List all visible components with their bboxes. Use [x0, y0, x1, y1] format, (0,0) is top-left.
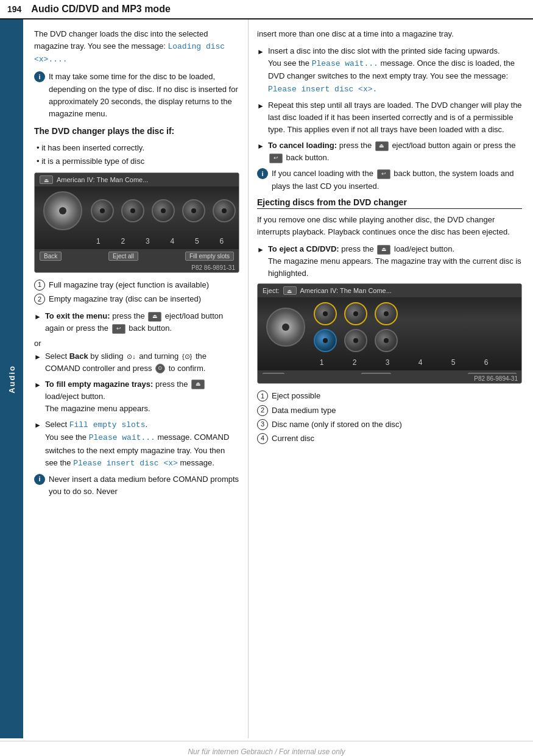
- cd-magazine-display-1: ⏏ American IV: The Man Come...: [35, 173, 239, 263]
- cd-bottom-bar-2: Back Eject all Fill empty slots: [258, 370, 521, 374]
- arrow-icon-eject: ►: [257, 244, 264, 256]
- confirm-btn-inline: ⊙: [155, 364, 165, 373]
- back-btn-inline-3: ↩: [377, 169, 390, 179]
- bullet-list-1: it has been inserted correctly. it is a …: [34, 142, 239, 168]
- cd-slots-area-1: [35, 186, 239, 236]
- arrow-fill-slots-content: Select Fill empty slots. You see the Ple…: [45, 419, 239, 470]
- cd-slot-b2: [344, 329, 367, 352]
- arrow-eject-content: To eject a CD/DVD: press the ⏏ load/ejec…: [268, 243, 522, 280]
- eject-all-btn-display-2: Eject all: [361, 373, 391, 374]
- sidebar: Audio: [0, 19, 23, 738]
- slide-icon: ⊙↓: [127, 352, 136, 362]
- fill-slots-btn-display-1: Fill empty slots: [185, 252, 234, 261]
- please-wait-code-1: Please wait...: [89, 433, 155, 442]
- cd-slots-bot-row-2: [314, 329, 398, 352]
- cd-slot-s3: [375, 302, 398, 325]
- cd-slots-wrapper-2: [314, 302, 398, 352]
- page-number: 194: [7, 4, 21, 14]
- info-icon-right-1: i: [257, 168, 268, 179]
- arrow-icon-fill-slots: ►: [34, 420, 41, 431]
- cancel-loading-label: To cancel loading:: [268, 141, 337, 150]
- cd-slots-area-2: [258, 297, 521, 357]
- cd-slot-5: [182, 199, 205, 222]
- cd-slots-top-row-2: [314, 302, 398, 325]
- back-btn-inline-2: ↩: [269, 154, 283, 163]
- arrow-insert-disc: ► Insert a disc into the disc slot with …: [257, 45, 522, 96]
- sidebar-label: Audio: [7, 365, 16, 394]
- cd-slot-3: [121, 199, 144, 222]
- load-btn-inline-2: ⏏: [377, 245, 390, 255]
- cd-numbers-row-1: 1 2 3 4 5 6: [35, 236, 239, 249]
- num-circle-2-3: 3: [257, 419, 268, 430]
- cd-top-bar-2: Eject: ⏏ American IV: The Man Come...: [258, 284, 521, 297]
- numbered-item-2-1: 1 Eject possible: [257, 390, 522, 402]
- num-circle-2-1: 1: [257, 390, 268, 401]
- slot-num-2-1: 1: [310, 358, 333, 367]
- arrow-cancel-loading: ► To cancel loading: press the ⏏ eject/l…: [257, 140, 522, 164]
- numbered-list-1: 1 Full magazine tray (eject function is …: [34, 279, 239, 305]
- cd-slots-row-1: [91, 199, 236, 222]
- cd-slot-6: [213, 199, 236, 222]
- info-text-1: It may take some time for the disc to be…: [49, 71, 239, 120]
- arrow-fill-slots: ► Select Fill empty slots. You see the P…: [34, 419, 239, 470]
- cd-slot-current: [314, 329, 337, 352]
- slot-num-2-3: 3: [376, 358, 399, 367]
- cd-top-bar-1: ⏏ American IV: The Man Come...: [35, 173, 239, 186]
- arrow-exit-menu: ► To exit the menu: press the ⏏ eject/lo…: [34, 310, 239, 334]
- arrow-repeat: ► Repeat this step until all trays are l…: [257, 99, 522, 136]
- eject-icon-display-2: ⏏: [283, 286, 297, 295]
- arrow-exit-label: To exit the menu:: [45, 311, 110, 320]
- slot-num-3: 3: [139, 237, 157, 246]
- please-insert-code-2: Please insert disc <x>.: [268, 85, 377, 94]
- numbered-item-1: 1 Full magazine tray (eject function is …: [34, 279, 239, 291]
- arrow-icon-select: ►: [34, 352, 41, 363]
- slot-num-4: 4: [164, 237, 182, 246]
- cd-magazine-image-1: ⏏ American IV: The Man Come...: [34, 172, 239, 273]
- please-insert-code-1: Please insert disc <x>: [73, 459, 178, 468]
- arrow-eject-cd: ► To eject a CD/DVD: press the ⏏ load/ej…: [257, 243, 522, 280]
- right-para2: If you remove one disc while playing ano…: [257, 214, 522, 238]
- back-btn-inline-1: ↩: [112, 324, 125, 334]
- eject-all-btn-display-1: Eject all: [108, 252, 138, 261]
- num-circle-2-2: 2: [257, 405, 268, 416]
- bullet-item: it is a permissible type of disc: [37, 155, 239, 168]
- right-column: insert more than one disc at a time into…: [249, 19, 533, 738]
- cd-numbers-row-2: 1 2 3 4 5 6: [258, 357, 521, 370]
- arrow-exit-content: To exit the menu: press the ⏏ eject/load…: [45, 310, 239, 334]
- eject-btn-inline-1: ⏏: [148, 312, 161, 322]
- eject-label-display: Eject:: [263, 287, 280, 294]
- bullet-item: it has been inserted correctly.: [37, 142, 239, 154]
- arrow-icon-fill: ►: [34, 380, 41, 391]
- arrow-cancel-content: To cancel loading: press the ⏏ eject/loa…: [268, 140, 522, 164]
- arrow-fill-content: To fill empty magazine trays: press the …: [45, 378, 239, 415]
- fill-slots-btn-display-2: Fill empty slots: [468, 373, 517, 374]
- arrow-icon-insert: ►: [257, 46, 264, 58]
- eject-icon-display: ⏏: [40, 175, 53, 184]
- content-area: The DVD changer loads the disc into the …: [23, 19, 533, 738]
- eject-cd-label: To eject a CD/DVD:: [268, 244, 339, 253]
- back-btn-display-2: Back: [263, 373, 284, 374]
- load-btn-inline-1: ⏏: [191, 380, 205, 389]
- info-text-right-1: If you cancel loading with the ↩ back bu…: [272, 168, 522, 192]
- info-block-right-1: i If you cancel loading with the ↩ back …: [257, 168, 522, 192]
- numbered-item-2-3: 3 Disc name (only if stored on the disc): [257, 419, 522, 431]
- footer-text: Nur für internen Gebrauch / For internal…: [188, 747, 345, 756]
- cd-slot-s2: [344, 302, 367, 325]
- arrow-fill-trays: ► To fill empty magazine trays: press th…: [34, 378, 239, 415]
- arrow-icon-exit: ►: [34, 311, 41, 323]
- num-circle-1: 1: [34, 280, 45, 291]
- slot-num-2-5: 5: [442, 358, 465, 367]
- left-para1: The DVD changer loads the disc into the …: [34, 28, 239, 66]
- cd-bottom-bar-1: Back Eject all Fill empty slots: [35, 249, 239, 263]
- cd-slot-2: [91, 199, 114, 222]
- slot-num-6: 6: [213, 237, 231, 246]
- fill-slots-code: Fill empty slots: [69, 420, 146, 429]
- page-title: Audio CD/DVD and MP3 mode: [31, 4, 170, 15]
- slot-num-2-2: 2: [343, 358, 366, 367]
- cd-slot-4: [152, 199, 175, 222]
- please-wait-code-2: Please wait...: [312, 59, 378, 68]
- arrow-icon-repeat: ►: [257, 101, 264, 112]
- back-label: Back: [69, 352, 88, 361]
- numbered-item-2: 2 Empty magazine tray (disc can be inser…: [34, 293, 239, 305]
- or-divider: or: [34, 339, 239, 348]
